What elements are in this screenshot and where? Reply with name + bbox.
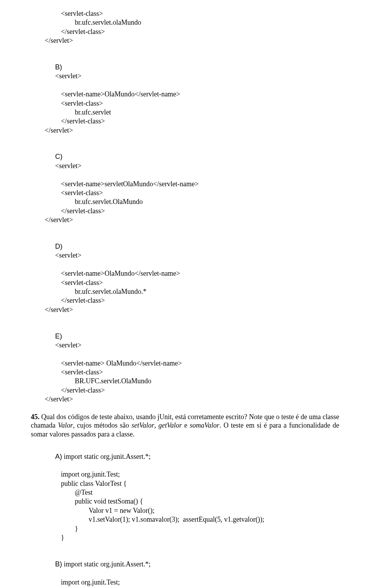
answer-b: B) import static org.junit.Assert.*; imp… xyxy=(31,551,339,588)
question-text: e xyxy=(182,421,190,429)
option-c: C) <servlet> <servlet-name>servletOlaMun… xyxy=(31,143,339,225)
code-line: } xyxy=(31,533,339,542)
code-line: public void testSoma() { xyxy=(31,497,339,506)
code-line: import org.junit.Test; xyxy=(31,470,339,479)
code-line: </servlet-class> xyxy=(31,386,339,395)
option-e: E) <servlet> <servlet-name> OlaMundo</se… xyxy=(31,323,339,404)
code-line: <servlet-class> xyxy=(31,278,339,287)
question-text-italic: getValor xyxy=(158,421,182,429)
option-label-c: C) xyxy=(55,153,62,160)
code-line: <servlet-name> OlaMundo</servlet-name> xyxy=(31,359,339,368)
option-d: D) <servlet> <servlet-name>OlaMundo</ser… xyxy=(31,233,339,315)
code-line: br.ufc.servlet.OlaMundo xyxy=(31,197,339,206)
question-text-italic: somaValor xyxy=(190,421,219,429)
code-line: <servlet-class> xyxy=(31,99,339,108)
question-text: , cujos métodos são xyxy=(73,421,131,429)
code-line: <servlet> xyxy=(55,251,81,259)
code-line: @Test xyxy=(31,488,339,497)
code-line: br.ufc.servlet xyxy=(31,108,339,117)
code-line: br.ufc.servlet.olaMundo xyxy=(31,18,339,27)
code-line: <servlet-name>servletOlaMundo</servlet-n… xyxy=(31,180,339,189)
code-line: Valor v1 = new Valor(); xyxy=(31,506,339,515)
code-line: import static org.junit.Assert.*; xyxy=(62,560,151,568)
code-top: <servlet-class> br.ufc.servlet.olaMundo … xyxy=(31,9,339,45)
answer-a: A) import static org.junit.Assert.*; imp… xyxy=(31,443,339,542)
option-label-d: D) xyxy=(55,243,62,250)
code-line: <servlet-name>OlaMundo</servlet-name> xyxy=(31,269,339,278)
code-line: <servlet> xyxy=(55,162,81,170)
code-line: </servlet-class> xyxy=(31,207,339,216)
code-line: <servlet> xyxy=(55,72,81,80)
question-text: , xyxy=(154,421,158,429)
code-line: <servlet-class> xyxy=(31,189,339,197)
answer-label-a: A) xyxy=(55,453,62,460)
code-line: </servlet-class> xyxy=(31,296,339,305)
code-line: </servlet> xyxy=(31,126,339,135)
code-line: br.ufc.servlet.olaMundo.* xyxy=(31,287,339,296)
option-label-b: B) xyxy=(55,63,62,71)
code-line: } xyxy=(31,524,339,533)
code-line: <servlet-name>OlaMundo</servlet-name> xyxy=(31,90,339,99)
question-45: 45. Qual dos códigos de teste abaixo, us… xyxy=(31,413,339,439)
code-line: v1.setValor(1); v1.somavalor(3); assertE… xyxy=(31,515,339,524)
code-line: import org.junit.Test; xyxy=(31,578,339,587)
code-line: BR.UFC.servlet.OlaMundo xyxy=(31,377,339,386)
question-number: 45. xyxy=(31,413,40,421)
code-line: </servlet> xyxy=(31,216,339,224)
code-line: </servlet-class> xyxy=(31,27,339,36)
question-text-italic: setValor xyxy=(131,421,154,429)
code-line: <servlet> xyxy=(55,341,81,349)
code-line: </servlet> xyxy=(31,305,339,314)
code-line: import static org.junit.Assert.*; xyxy=(62,453,151,460)
question-text-italic: Valor xyxy=(58,421,73,429)
option-b: B) <servlet> <servlet-name>OlaMundo</ser… xyxy=(31,54,339,135)
answer-label-b: B) xyxy=(55,560,62,568)
code-line: </servlet-class> xyxy=(31,117,339,126)
code-line: </servlet> xyxy=(31,395,339,404)
code-line: </servlet> xyxy=(31,36,339,45)
option-label-e: E) xyxy=(55,332,62,340)
code-line: <servlet-class> xyxy=(31,9,339,18)
code-line: <servlet-class> xyxy=(31,368,339,377)
code-line: public class ValorTest { xyxy=(31,479,339,488)
